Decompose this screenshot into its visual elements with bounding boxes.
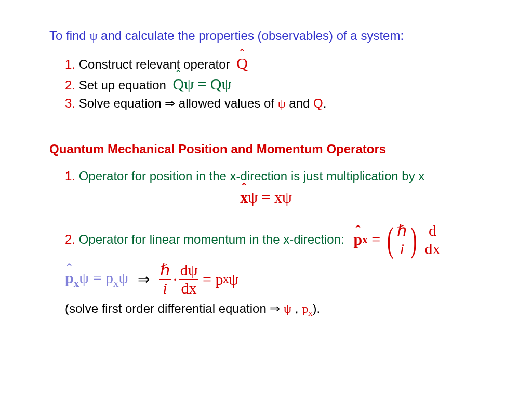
step-2-num: 2. bbox=[65, 78, 75, 92]
note-p: px bbox=[302, 302, 312, 315]
hbar-symbol: ℏ bbox=[396, 223, 408, 240]
step-1-text: Construct relevant operator bbox=[79, 57, 230, 71]
step-2-eq: ˆQψ = Qψ bbox=[173, 75, 232, 92]
note-arrow: ⇒ bbox=[270, 302, 280, 315]
title-post: and calculate the properties (observable… bbox=[101, 29, 404, 43]
mom-text: 2. Operator for linear momentum in the x… bbox=[65, 232, 344, 247]
note-comma: , bbox=[295, 301, 299, 315]
title-line: To find ψ and calculate the properties (… bbox=[49, 29, 483, 43]
title-pre: To find bbox=[49, 29, 86, 43]
pos-num: 1. bbox=[65, 169, 75, 183]
step-2: 2. Set up equation ˆQψ = Qψ bbox=[65, 75, 483, 93]
d-top: d bbox=[428, 223, 437, 240]
dx-bot: dx bbox=[424, 240, 442, 257]
mom-label: Operator for linear momentum in the x-di… bbox=[79, 232, 344, 246]
step-2-text: Set up equation bbox=[79, 78, 166, 92]
note-post: ). bbox=[313, 301, 321, 315]
mom-num: 2. bbox=[65, 232, 75, 246]
pos-text: Operator for position in the x-direction… bbox=[79, 169, 425, 183]
eigen-rhs: ℏ i · dψ dx = pxψ bbox=[159, 262, 238, 296]
eq-sign: = bbox=[371, 231, 380, 248]
step-3-mid: allowed values of bbox=[179, 96, 274, 110]
note-psi: ψ bbox=[284, 302, 291, 315]
position-eq: ˆxψ = xψ bbox=[49, 189, 483, 206]
step-3-psi: ψ bbox=[278, 97, 286, 110]
section-header: Quantum Mechanical Position and Momentum… bbox=[49, 142, 483, 156]
i-symbol: i bbox=[399, 240, 405, 257]
position-line: 1. Operator for position in the x-direct… bbox=[65, 169, 483, 183]
step-3-and: and bbox=[289, 96, 310, 110]
px-sub: x bbox=[362, 233, 368, 246]
eigen-row: ˆpxψ = pxψ ⇒ ℏ i · dψ dx = pxψ bbox=[65, 262, 483, 296]
note-line: (solve first order differential equation… bbox=[65, 301, 483, 318]
step-1: 1. Construct relevant operator ˆQ bbox=[65, 55, 483, 72]
step-1-eq: ˆQ bbox=[236, 55, 248, 72]
step-3: 3. Solve equation ⇒ allowed values of ψ … bbox=[65, 96, 483, 111]
step-1-num: 1. bbox=[65, 57, 75, 71]
momentum-operator-eq: ˆpx = ( ℏ i ) d dx bbox=[354, 222, 442, 257]
title-psi: ψ bbox=[89, 29, 97, 43]
step-3-text: Solve equation bbox=[79, 96, 162, 110]
step-3-dot: . bbox=[323, 96, 327, 110]
note-pre: (solve first order differential equation bbox=[65, 301, 267, 315]
momentum-row: 2. Operator for linear momentum in the x… bbox=[65, 222, 483, 257]
step-3-q: Q bbox=[313, 96, 323, 110]
step-3-arrow: ⇒ bbox=[165, 97, 175, 110]
eigen-lhs: ˆpxψ = pxψ bbox=[65, 269, 128, 290]
step-3-num: 3. bbox=[65, 96, 75, 110]
implies-arrow: ⇒ bbox=[138, 271, 150, 288]
